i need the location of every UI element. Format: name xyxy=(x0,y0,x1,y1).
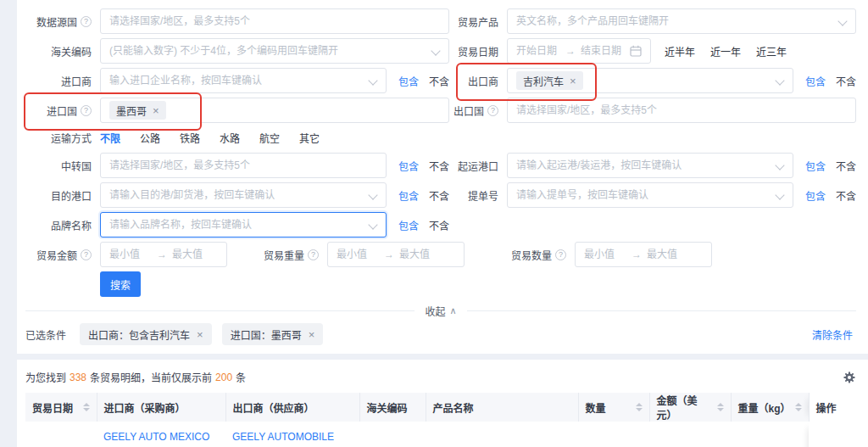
trade-amount-range[interactable]: → xyxy=(100,242,227,267)
table-header-row: 贸易日期 进口商（采购商） 出口商（供应商） 海关编码 产品名称 数量 金额（美… xyxy=(25,393,860,422)
close-icon[interactable]: × xyxy=(153,105,159,116)
dest-port-input[interactable] xyxy=(109,189,364,201)
trade-qty-range[interactable]: → xyxy=(575,242,712,267)
calendar-icon[interactable] xyxy=(630,45,642,57)
tag-text: 吉利汽车 xyxy=(523,74,564,88)
transport-option-water[interactable]: 水路 xyxy=(220,131,240,145)
trade-weight-max-input[interactable] xyxy=(399,249,455,260)
exporter-company-link[interactable]: GEELY AUTOMOBILE INTERNATIONAL CORPORATI… xyxy=(232,430,353,447)
settings-gear-icon[interactable] xyxy=(843,371,856,384)
chevron-down-icon[interactable] xyxy=(368,190,377,199)
exporter-input[interactable] xyxy=(588,75,771,87)
header-trade-date[interactable]: 贸易日期 xyxy=(25,393,97,422)
cell-importer: GEELY AUTO MEXICO CORPORATION S DE R L D… xyxy=(97,422,225,447)
importer-company-link[interactable]: GEELY AUTO MEXICO CORPORATION S DE R L D… xyxy=(103,430,219,447)
label-text: 海关编码 xyxy=(51,44,92,59)
hs-code-input[interactable] xyxy=(109,45,426,57)
collapse-label: 收起 xyxy=(425,304,445,318)
search-panel: 数据源国 ? 贸易产品 海关编码 xyxy=(17,0,868,354)
transport-option-rail[interactable]: 铁路 xyxy=(180,131,200,145)
header-amount-usd[interactable]: 金额（美元） xyxy=(649,393,731,422)
quick-range-one-year[interactable]: 近一年 xyxy=(710,44,741,59)
close-icon[interactable]: × xyxy=(570,75,576,87)
selected-filter-tag-import-country[interactable]: 进口国：墨西哥 × xyxy=(222,323,324,345)
chevron-down-icon[interactable] xyxy=(775,75,784,85)
transport-option-other[interactable]: 其它 xyxy=(299,131,320,145)
hs-code-select[interactable] xyxy=(100,38,449,64)
chevron-down-icon[interactable] xyxy=(431,46,440,55)
export-country-label: 出口国 ? xyxy=(449,103,507,118)
start-date-input[interactable] xyxy=(516,45,560,57)
header-exporter: 出口商（供应商） xyxy=(225,393,359,422)
trade-product-label: 贸易产品 xyxy=(449,14,507,29)
chevron-down-icon[interactable] xyxy=(775,160,784,170)
bill-no-exclude-option[interactable]: 不含 xyxy=(836,188,856,203)
transport-option-unlimited[interactable]: 不限 xyxy=(100,131,120,145)
trade-product-input[interactable] xyxy=(516,15,833,27)
end-date-input[interactable] xyxy=(581,45,625,57)
origin-port-include-option[interactable]: 包含 xyxy=(805,159,826,173)
bill-no-include-option[interactable]: 包含 xyxy=(805,188,826,203)
dest-port-select[interactable] xyxy=(100,182,387,208)
origin-port-exclude-option[interactable]: 不含 xyxy=(836,159,856,173)
help-icon: ? xyxy=(487,105,498,116)
chevron-down-icon[interactable] xyxy=(368,75,377,85)
trade-weight-min-input[interactable] xyxy=(337,249,379,260)
trade-amount-max-input[interactable] xyxy=(172,249,218,260)
trade-qty-min-input[interactable] xyxy=(584,249,626,260)
brand-exclude-option[interactable]: 不含 xyxy=(429,218,449,232)
clear-filters-button[interactable]: 清除条件 xyxy=(812,327,853,342)
importer-include-option[interactable]: 包含 xyxy=(398,74,419,88)
brand-include-option[interactable]: 包含 xyxy=(398,218,419,232)
import-country-select[interactable]: 墨西哥 × xyxy=(100,98,449,123)
close-icon[interactable]: × xyxy=(309,328,315,341)
trade-amount-min-input[interactable] xyxy=(109,249,152,260)
close-icon[interactable]: × xyxy=(197,328,203,341)
bill-no-select[interactable] xyxy=(507,182,793,208)
exporter-select[interactable]: 吉利汽车 × xyxy=(507,68,793,93)
import-country-tag[interactable]: 墨西哥 × xyxy=(109,101,166,120)
exporter-tag[interactable]: 吉利汽车 × xyxy=(516,71,583,90)
quick-range-three-years[interactable]: 近三年 xyxy=(756,44,787,59)
quick-range-half-year[interactable]: 近半年 xyxy=(665,44,695,59)
dest-port-exclude-option[interactable]: 不含 xyxy=(429,188,449,203)
data-source-country-select[interactable] xyxy=(100,8,449,34)
header-text: 海关编码 xyxy=(367,403,408,415)
header-quantity[interactable]: 数量 xyxy=(578,393,649,422)
importer-input[interactable] xyxy=(109,75,364,87)
import-country-input[interactable] xyxy=(171,104,440,116)
collapse-button[interactable]: 收起 ∧ xyxy=(425,304,456,318)
brand-input[interactable] xyxy=(109,219,364,231)
exporter-exclude-option[interactable]: 不含 xyxy=(836,74,856,88)
transport-option-road[interactable]: 公路 xyxy=(140,131,160,145)
chevron-down-icon[interactable] xyxy=(368,220,377,229)
trade-date-picker[interactable]: → xyxy=(507,38,651,64)
bill-no-input[interactable] xyxy=(516,189,771,201)
exporter-include-option[interactable]: 包含 xyxy=(805,74,826,88)
trade-qty-max-input[interactable] xyxy=(647,249,703,260)
dest-port-include-option[interactable]: 包含 xyxy=(398,188,419,203)
trade-product-select[interactable] xyxy=(507,8,856,34)
search-button[interactable]: 搜索 xyxy=(100,271,141,297)
chevron-down-icon[interactable] xyxy=(775,190,784,199)
export-country-select[interactable] xyxy=(507,98,856,123)
result-count: 338 xyxy=(70,372,86,383)
brand-select[interactable] xyxy=(100,212,387,237)
transit-include-option[interactable]: 包含 xyxy=(398,159,419,173)
header-weight-kg[interactable]: 重量（kg） xyxy=(731,393,809,422)
export-country-input[interactable] xyxy=(516,104,847,116)
origin-port-select[interactable] xyxy=(507,153,793,178)
origin-port-input[interactable] xyxy=(516,159,771,171)
transit-country-input[interactable] xyxy=(109,159,377,171)
chevron-down-icon[interactable] xyxy=(837,16,847,25)
transit-country-select[interactable] xyxy=(100,153,387,178)
trade-weight-range[interactable]: → xyxy=(327,242,465,267)
cell-weight-kg: 629,648.00 xyxy=(731,422,809,447)
transit-exclude-option[interactable]: 不含 xyxy=(429,159,449,173)
importer-select[interactable] xyxy=(100,68,387,93)
trade-weight-label: 贸易重量 ? xyxy=(253,248,327,262)
selected-filter-tag-exporter[interactable]: 出口商：包含吉利汽车 × xyxy=(80,323,212,345)
data-source-country-input[interactable] xyxy=(109,15,440,27)
importer-exclude-option[interactable]: 不含 xyxy=(429,74,449,88)
transport-option-air[interactable]: 航空 xyxy=(259,131,280,145)
